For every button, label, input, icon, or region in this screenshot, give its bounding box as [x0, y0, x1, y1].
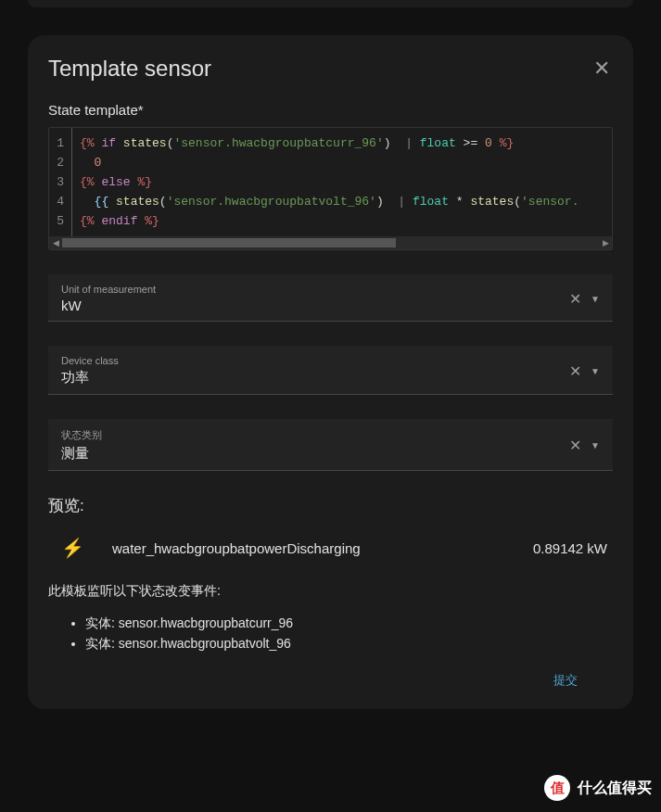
line-number: 4	[55, 192, 64, 211]
device-class-field[interactable]: Device class 功率 ✕ ▼	[48, 346, 613, 395]
chevron-down-icon[interactable]: ▼	[591, 294, 600, 304]
scroll-left-icon[interactable]: ◀	[49, 236, 62, 249]
state-class-value: 测量	[61, 445, 569, 463]
list-item: 实体: sensor.hwacbgroupbatcurr_96	[85, 613, 613, 633]
scroll-right-icon[interactable]: ▶	[599, 236, 612, 249]
list-item: 实体: sensor.hwacbgroupbatvolt_96	[85, 633, 613, 653]
line-number: 5	[55, 211, 64, 231]
state-template-label: State template*	[48, 102, 613, 118]
unit-value: kW	[61, 298, 569, 313]
dialog-header: Template sensor ✕	[48, 56, 613, 82]
watermark-badge: 值	[544, 775, 570, 801]
code-line[interactable]: 0	[80, 153, 578, 172]
dialog-title: Template sensor	[48, 56, 211, 82]
code-line[interactable]: {% else %}	[80, 172, 578, 192]
background-panel-edge	[28, 0, 633, 7]
scrollbar-thumb[interactable]	[62, 238, 396, 247]
preview-entity-value: 0.89142 kW	[533, 540, 607, 556]
clear-state-class-icon[interactable]: ✕	[569, 437, 581, 454]
preview-entity-row: ⚡ water_hwacbgroupbatpowerDischarging 0.…	[48, 537, 613, 559]
code-line[interactable]: {% endif %}	[80, 211, 578, 231]
clear-device-class-icon[interactable]: ✕	[569, 362, 581, 380]
state-class-label: 状态类别	[61, 428, 569, 442]
editor-gutter: 12345	[49, 128, 72, 236]
chevron-down-icon[interactable]: ▼	[591, 366, 600, 376]
device-class-value: 功率	[61, 369, 569, 387]
flash-icon: ⚡	[61, 537, 84, 559]
listened-entities-list: 实体: sensor.hwacbgroupbatcurr_96实体: senso…	[48, 613, 613, 653]
clear-unit-icon[interactable]: ✕	[569, 290, 581, 308]
state-template-editor[interactable]: 12345 {% if states('sensor.hwacbgroupbat…	[48, 127, 613, 250]
preview-entity-name: water_hwacbgroupbatpowerDischarging	[112, 540, 533, 556]
watermark-text: 什么值得买	[578, 779, 652, 798]
chevron-down-icon[interactable]: ▼	[591, 440, 600, 450]
editor-content[interactable]: {% if states('sensor.hwacbgroupbatcurr_9…	[72, 128, 586, 236]
code-line[interactable]: {% if states('sensor.hwacbgroupbatcurr_9…	[80, 133, 578, 153]
line-number: 2	[55, 153, 64, 172]
device-class-label: Device class	[61, 355, 569, 366]
horizontal-scrollbar[interactable]: ◀ ▶	[49, 236, 612, 249]
line-number: 3	[55, 172, 64, 192]
unit-of-measurement-field[interactable]: Unit of measurement kW ✕ ▼	[48, 274, 613, 322]
listens-label: 此模板监听以下状态改变事件:	[48, 583, 613, 600]
unit-label: Unit of measurement	[61, 284, 569, 295]
state-class-field[interactable]: 状态类别 测量 ✕ ▼	[48, 419, 613, 471]
code-line[interactable]: {{ states('sensor.hwacbgroupbatvolt_96')…	[80, 192, 578, 211]
preview-label: 预览:	[48, 495, 613, 516]
watermark: 值 什么值得买	[544, 775, 652, 801]
submit-button[interactable]: 提交	[48, 672, 578, 689]
line-number: 1	[55, 133, 64, 153]
close-icon[interactable]: ✕	[591, 57, 613, 80]
template-sensor-dialog: Template sensor ✕ State template* 12345 …	[28, 35, 633, 709]
